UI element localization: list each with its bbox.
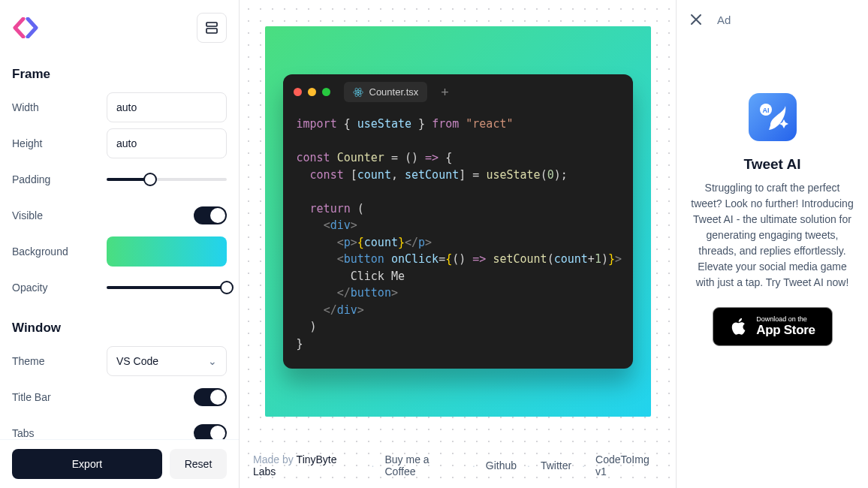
theme-value: VS Code	[116, 355, 158, 367]
made-by-text: Made by	[253, 453, 297, 465]
tabs-toggle[interactable]	[194, 424, 227, 439]
opacity-slider[interactable]	[107, 282, 227, 294]
canvas-area: Counter.tsx + import { useState } from "…	[240, 0, 676, 488]
tabs-label: Tabs	[12, 427, 35, 439]
chevron-down-icon: ⌄	[208, 355, 217, 367]
svg-point-2	[357, 91, 358, 92]
appstore-line2: App Store	[756, 324, 815, 337]
reset-button[interactable]: Reset	[170, 449, 227, 479]
bottom-bar: Made by TinyByte Labs · Buy me a Coffee …	[240, 443, 676, 488]
ad-app-icon: AI	[749, 93, 797, 141]
svg-text:AI: AI	[762, 107, 769, 114]
width-input[interactable]	[107, 92, 227, 122]
settings-sidebar: Frame Width Height Padding Visible Backg	[0, 0, 240, 488]
ad-description: Struggling to craft the perfect tweet? L…	[689, 180, 856, 291]
apple-icon	[729, 317, 749, 336]
theme-select[interactable]: VS Code ⌄	[107, 346, 227, 376]
twitter-link[interactable]: Twitter	[541, 459, 571, 471]
padding-slider[interactable]	[107, 173, 227, 185]
v1-link[interactable]: CodeToImg v1	[595, 453, 662, 477]
window-section-heading: Window	[12, 306, 227, 343]
height-input[interactable]	[107, 128, 227, 158]
width-label: Width	[12, 101, 39, 113]
frame-section-heading: Frame	[12, 52, 227, 89]
background-label: Background	[12, 246, 68, 258]
visible-toggle[interactable]	[194, 206, 227, 224]
svg-rect-0	[206, 23, 217, 26]
add-tab-button[interactable]: +	[441, 86, 449, 99]
app-store-button[interactable]: Download on theApp Store	[713, 307, 833, 346]
preview-frame[interactable]: Counter.tsx + import { useState } from "…	[265, 26, 651, 417]
opacity-label: Opacity	[12, 282, 47, 294]
ad-label: Ad	[717, 14, 731, 26]
layout-toggle-button[interactable]	[197, 13, 227, 43]
visible-label: Visible	[12, 209, 43, 221]
tab-filename: Counter.tsx	[369, 86, 419, 98]
ad-title: Tweet AI	[743, 156, 800, 173]
ad-panel: Ad AI Tweet AI Struggling to craft the p…	[676, 0, 868, 488]
code-window: Counter.tsx + import { useState } from "…	[283, 74, 633, 369]
export-button[interactable]: Export	[12, 449, 162, 479]
svg-rect-1	[206, 29, 217, 33]
titlebar-toggle[interactable]	[194, 388, 227, 406]
coffee-link[interactable]: Buy me a Coffee	[384, 453, 461, 477]
height-label: Height	[12, 137, 42, 149]
traffic-lights	[294, 88, 330, 96]
titlebar-label: Title Bar	[12, 391, 51, 403]
padding-label: Padding	[12, 173, 50, 185]
react-icon	[353, 87, 363, 98]
theme-label: Theme	[12, 355, 45, 367]
app-logo[interactable]	[12, 17, 39, 38]
code-content[interactable]: import { useState } from "react" const C…	[283, 110, 633, 369]
background-swatch[interactable]	[107, 236, 227, 267]
editor-tab[interactable]: Counter.tsx	[344, 82, 428, 102]
close-icon[interactable]	[689, 12, 704, 27]
github-link[interactable]: Github	[486, 459, 517, 471]
